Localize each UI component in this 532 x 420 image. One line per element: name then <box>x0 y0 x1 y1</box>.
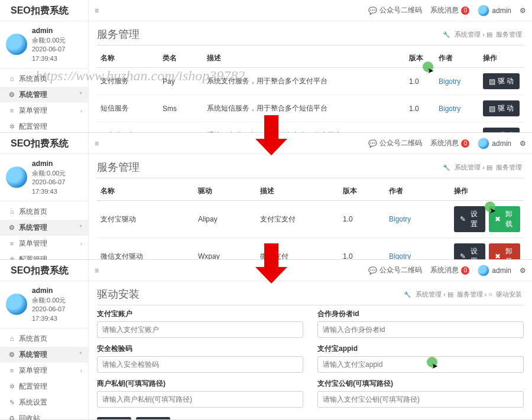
drive-button[interactable]: ▤驱 动 <box>483 100 520 116</box>
nav-config[interactable]: ✲配置管理 <box>0 379 88 395</box>
nav-home[interactable]: ⌂系统首页 <box>0 331 88 347</box>
page-title: 服务管理 <box>97 27 140 41</box>
pub-label: 支付宝公钥(可填写路径) <box>317 379 524 389</box>
tb-user[interactable]: admin <box>478 5 511 17</box>
acct-label: 支付宝账户 <box>97 309 303 319</box>
tb-qr[interactable]: 💬公众号二维码 <box>368 138 422 148</box>
chevron-right-icon: › <box>80 108 82 114</box>
nav-system[interactable]: ⚙系统管理˅ <box>0 220 88 236</box>
settings-button[interactable]: ✎设 置 <box>454 206 485 232</box>
priv-input[interactable] <box>97 391 303 408</box>
main-2: 服务管理 系统管理›▤服务管理 名称 驱动 描述 版本 作者 操作 支付宝驱动A… <box>89 154 532 259</box>
nav-home[interactable]: ⌂系统首页 <box>0 71 88 87</box>
table-row: 支付服务Pay系统支付服务，用于整合多个支付平台1.0Bigotry▤驱 动 <box>97 68 524 95</box>
nav-settings[interactable]: ✎系统设置 <box>0 395 88 411</box>
sidebar: SEO扣费系统 admin 余额:0.00元 2020-06-07 17:39:… <box>0 133 89 259</box>
logo: SEO扣费系统 <box>0 133 88 154</box>
sidebar: SEO扣费系统 admin 余额:0.00元 2020-06-07 17:39:… <box>0 260 89 419</box>
truck-icon: ▤ <box>489 77 495 86</box>
breadcrumb: 系统管理›▤服务管理›○驱动安装 <box>402 290 524 299</box>
gear-icon: ⚙ <box>8 91 15 99</box>
table-row: 微信支付驱动Wxpay微信支付1.0Bigotry✎设 置✖卸 载 <box>97 238 524 260</box>
topbar: ≡ 💬公众号二维码 系统消息0 admin ⚙ <box>89 260 532 281</box>
hamburger-icon[interactable]: ≡ <box>95 266 99 275</box>
safe-label: 安全检验码 <box>97 344 303 354</box>
drive-button[interactable]: ▤驱 动 <box>483 73 520 89</box>
priv-label: 商户私钥(可填写路径) <box>97 379 303 389</box>
sidebar: SEO扣费系统 admin 余额:0.00元 2020-06-07 17:39:… <box>0 0 89 132</box>
user-time: 2020-06-07 17:39:43 <box>32 45 82 63</box>
table-row: 短信服务Sms系统短信服务，用于整合多个短信平台1.0Bigotry▤驱 动 <box>97 95 524 122</box>
main-3: 驱动安装 系统管理›▤服务管理›○驱动安装 支付宝账户 安全检验码 商户私钥(可… <box>89 281 532 419</box>
chevron-down-icon: ˅ <box>79 92 82 98</box>
main-1: 服务管理 系统管理›▤服务管理 名称 类名 描述 版本 作者 操作 支付服务Pa… <box>89 21 532 132</box>
edit-icon: ✎ <box>460 215 466 223</box>
edit-icon: ✎ <box>460 252 466 259</box>
tb-msg[interactable]: 系统消息0 <box>430 138 469 148</box>
user-block: admin 余额:0.00元 2020-06-07 17:39:43 <box>0 154 88 201</box>
settings-icon[interactable]: ⚙ <box>520 266 526 275</box>
home-icon: ⌂ <box>8 75 15 82</box>
tb-qr[interactable]: 💬公众号二维码 <box>368 265 422 275</box>
install-form: 支付宝账户 安全检验码 商户私钥(可填写路径) 合作身份者id 支付宝appid… <box>97 309 524 414</box>
settings-icon[interactable]: ⚙ <box>520 139 526 148</box>
truck-icon: ▤ <box>489 105 495 113</box>
user-balance: 余额:0.00元 <box>32 36 82 45</box>
table-row: 支付宝驱动Alipay支付宝支付1.0Bigotry✎设 置✖卸 载 <box>97 201 524 238</box>
tb-msg[interactable]: 系统消息0 <box>430 265 469 275</box>
drive-button[interactable]: ▤驱 动 <box>483 128 520 132</box>
breadcrumb: 系统管理›▤服务管理 <box>441 163 524 172</box>
logo: SEO扣费系统 <box>0 0 88 21</box>
unload-button[interactable]: ✖卸 载 <box>489 206 520 232</box>
settings-button[interactable]: ✎设 置 <box>454 243 485 259</box>
back-button[interactable]: ↺返回 <box>136 417 170 419</box>
nav-system[interactable]: ⚙系统管理˅ <box>0 347 88 363</box>
tb-msg[interactable]: 系统消息0 <box>430 5 469 15</box>
close-icon: ✖ <box>495 252 501 259</box>
user-block: admin 余额:0.00元 2020-06-07 17:39:43 <box>0 21 88 69</box>
breadcrumb: 系统管理›▤服务管理 <box>441 30 524 39</box>
nav-config[interactable]: ✲配置管理 <box>0 119 88 135</box>
appid-input[interactable] <box>317 356 524 373</box>
tb-qr[interactable]: 💬公众号二维码 <box>368 5 422 15</box>
service-table: 名称 类名 描述 版本 作者 操作 支付服务Pay系统支付服务，用于整合多个支付… <box>97 49 524 132</box>
nav-order[interactable]: ≡菜单管理› <box>0 236 88 252</box>
frame-2: SEO扣费系统 admin 余额:0.00元 2020-06-07 17:39:… <box>0 133 532 260</box>
settings-icon[interactable]: ⚙ <box>520 6 526 15</box>
avatar <box>6 294 27 315</box>
submit-button[interactable]: ✈确定 <box>97 417 131 419</box>
nav-system[interactable]: ⚙系统管理˅ <box>0 87 88 103</box>
hamburger-icon[interactable]: ≡ <box>95 6 99 15</box>
cog-icon: ✲ <box>8 123 15 131</box>
nav-order[interactable]: ≡菜单管理› <box>0 103 88 119</box>
tb-user[interactable]: admin <box>478 265 511 276</box>
hamburger-icon[interactable]: ≡ <box>95 139 99 148</box>
frame-3: SEO扣费系统 admin 余额:0.00元 2020-06-07 17:39:… <box>0 260 532 420</box>
nav-order[interactable]: ≡菜单管理› <box>0 363 88 379</box>
list-icon: ≡ <box>8 107 15 114</box>
pub-input[interactable] <box>317 391 524 408</box>
user-block: admin 余额:0.00元 2020-06-07 17:39:43 <box>0 281 88 328</box>
nav-recycle[interactable]: ♻回收站 <box>0 411 88 420</box>
truck-icon: ▤ <box>489 132 495 133</box>
tb-user[interactable]: admin <box>478 138 511 149</box>
avatar <box>6 34 27 55</box>
logo: SEO扣费系统 <box>0 260 88 281</box>
close-icon: ✖ <box>495 215 501 223</box>
safe-input[interactable] <box>97 356 303 373</box>
acct-input[interactable] <box>97 321 303 338</box>
msg-badge: 0 <box>461 6 469 15</box>
topbar: ≡ 💬公众号二维码 系统消息0 admin ⚙ <box>89 133 532 154</box>
unload-button[interactable]: ✖卸 载 <box>489 243 520 259</box>
topbar: ≡ 💬公众号二维码 系统消息0 admin ⚙ <box>89 0 532 21</box>
page-title: 驱动安装 <box>97 287 140 301</box>
table-row: 云存储服务Storage系统云存储服务，用于整合多个云储存平台1.0Bigotr… <box>97 122 524 133</box>
wechat-icon: 💬 <box>368 6 377 15</box>
driver-table: 名称 驱动 描述 版本 作者 操作 支付宝驱动Alipay支付宝支付1.0Big… <box>97 182 524 259</box>
pid-label: 合作身份者id <box>317 309 524 319</box>
avatar-icon <box>478 5 489 17</box>
frame-1: SEO扣费系统 admin 余额:0.00元 2020-06-07 17:39:… <box>0 0 532 133</box>
page-title: 服务管理 <box>97 160 140 174</box>
nav-home[interactable]: ⌂系统首页 <box>0 204 88 220</box>
pid-input[interactable] <box>317 321 524 338</box>
